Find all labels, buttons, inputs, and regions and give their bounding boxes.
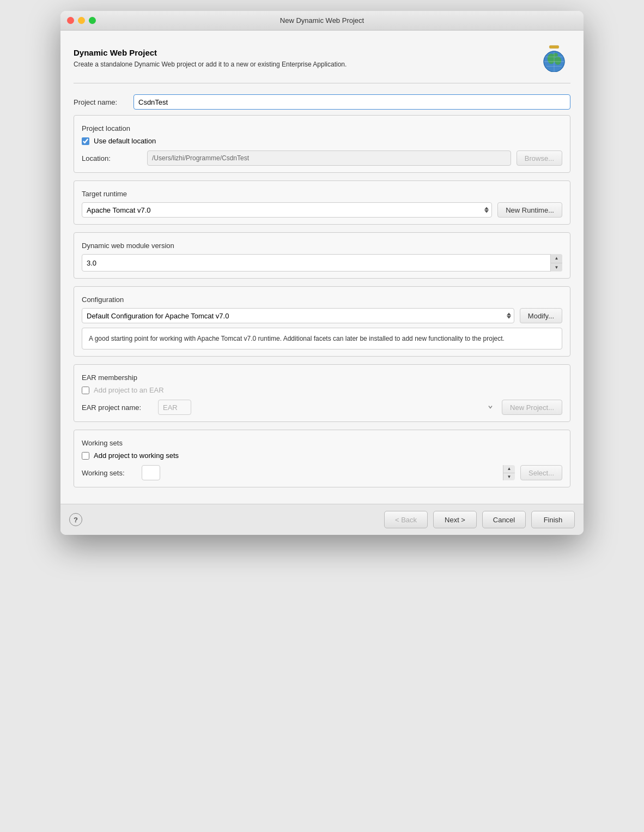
help-button[interactable]: ?	[69, 513, 82, 526]
page-description: Create a standalone Dynamic Web project …	[74, 61, 347, 68]
module-version-group: Dynamic web module version 3.0 2.5 2.4 2…	[74, 232, 570, 279]
svg-rect-0	[549, 45, 558, 48]
working-sets-down[interactable]: ▼	[503, 473, 515, 481]
target-runtime-group: Target runtime Apache Tomcat v7.0 None N…	[74, 180, 570, 225]
window-title: New Dynamic Web Project	[280, 16, 364, 25]
main-content: Dynamic Web Project Create a standalone …	[60, 31, 584, 504]
window-controls	[67, 17, 96, 24]
header-text: Dynamic Web Project Create a standalone …	[74, 48, 347, 68]
configuration-select-wrapper: Default Configuration for Apache Tomcat …	[82, 308, 514, 323]
maximize-button[interactable]	[89, 17, 96, 24]
header-section: Dynamic Web Project Create a standalone …	[74, 41, 570, 83]
project-name-input[interactable]	[133, 94, 570, 110]
ear-select-arrow	[488, 403, 493, 412]
module-stepper: ▲ ▼	[550, 254, 562, 272]
location-input[interactable]	[147, 150, 511, 166]
working-sets-select-wrapper: ▲ ▼	[142, 465, 515, 480]
module-version-select-container: 3.0 2.5 2.4 2.3 ▲ ▼	[82, 254, 562, 272]
working-sets-up[interactable]: ▲	[503, 465, 515, 473]
cancel-button[interactable]: Cancel	[482, 511, 526, 528]
browse-button[interactable]: Browse...	[517, 150, 562, 166]
close-button[interactable]	[67, 17, 74, 24]
finish-button[interactable]: Finish	[531, 511, 575, 528]
target-runtime-label: Target runtime	[82, 190, 562, 198]
new-runtime-button[interactable]: New Runtime...	[497, 202, 562, 218]
minimize-button[interactable]	[78, 17, 85, 24]
ear-project-select[interactable]: EAR	[158, 400, 191, 415]
globe-jar-icon	[540, 44, 568, 72]
bottom-buttons: < Back Next > Cancel Finish	[384, 511, 575, 528]
svg-point-4	[553, 53, 558, 57]
target-runtime-row: Apache Tomcat v7.0 None New Runtime...	[82, 202, 562, 218]
bottom-bar: ? < Back Next > Cancel Finish	[60, 504, 584, 535]
project-location-label: Project location	[82, 124, 562, 132]
module-version-label: Dynamic web module version	[82, 242, 562, 250]
configuration-label: Configuration	[82, 296, 562, 304]
new-project-button[interactable]: New Project...	[502, 400, 562, 415]
ear-membership-label: EAR membership	[82, 373, 562, 382]
ear-project-row: EAR project name: EAR New Project...	[82, 400, 562, 415]
working-sets-row: Working sets: ▲ ▼ Select...	[82, 465, 562, 480]
ear-membership-group: EAR membership Add project to an EAR EAR…	[74, 364, 570, 422]
header-icon	[538, 41, 570, 74]
add-to-working-sets-checkbox[interactable]	[82, 452, 89, 460]
svg-point-3	[555, 56, 561, 65]
location-label: Location:	[82, 154, 142, 162]
target-runtime-select-wrapper: Apache Tomcat v7.0 None	[82, 202, 492, 218]
back-button[interactable]: < Back	[384, 511, 428, 528]
ear-project-label: EAR project name:	[82, 403, 153, 412]
next-button[interactable]: Next >	[433, 511, 477, 528]
configuration-description: A good starting point for working with A…	[82, 328, 562, 349]
configuration-row: Default Configuration for Apache Tomcat …	[82, 308, 562, 323]
working-sets-select[interactable]	[142, 465, 160, 480]
working-sets-checkbox-row: Add project to working sets	[82, 451, 562, 460]
working-sets-group: Working sets Add project to working sets…	[74, 430, 570, 487]
title-bar: New Dynamic Web Project	[60, 11, 584, 31]
select-button[interactable]: Select...	[520, 465, 562, 480]
configuration-group: Configuration Default Configuration for …	[74, 286, 570, 357]
add-to-ear-label[interactable]: Add project to an EAR	[94, 386, 164, 394]
working-sets-field-label: Working sets:	[82, 469, 142, 477]
use-default-location-checkbox[interactable]	[82, 137, 89, 145]
target-runtime-select[interactable]: Apache Tomcat v7.0 None	[82, 202, 492, 218]
project-location-group: Project location Use default location Lo…	[74, 115, 570, 173]
ear-select-wrapper: EAR	[158, 400, 496, 415]
use-default-location-label[interactable]: Use default location	[94, 137, 156, 145]
main-window: New Dynamic Web Project Dynamic Web Proj…	[60, 11, 584, 535]
configuration-select[interactable]: Default Configuration for Apache Tomcat …	[82, 308, 514, 323]
location-row: Location: Browse...	[82, 150, 562, 166]
project-name-row: Project name:	[74, 94, 570, 110]
add-to-ear-checkbox[interactable]	[82, 387, 89, 394]
modify-button[interactable]: Modify...	[520, 308, 562, 323]
add-to-working-sets-label[interactable]: Add project to working sets	[94, 451, 179, 460]
module-version-select[interactable]: 3.0 2.5 2.4 2.3	[82, 254, 562, 272]
working-sets-label: Working sets	[82, 439, 562, 447]
ear-checkbox-row: Add project to an EAR	[82, 386, 562, 394]
project-name-label: Project name:	[74, 98, 133, 106]
module-version-down[interactable]: ▼	[551, 263, 562, 272]
module-version-up[interactable]: ▲	[551, 254, 562, 263]
default-location-row: Use default location	[82, 137, 562, 145]
page-title: Dynamic Web Project	[74, 48, 347, 57]
working-sets-stepper: ▲ ▼	[503, 465, 515, 480]
